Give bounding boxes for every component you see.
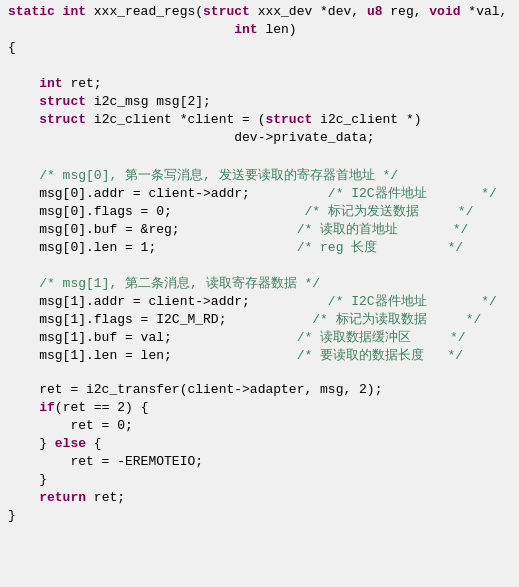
- code-line: {: [0, 40, 519, 58]
- code-token: msg[0].buf = &reg;: [8, 222, 180, 237]
- code-line: [0, 256, 519, 274]
- code-token: return: [39, 490, 86, 505]
- code-token: ret;: [86, 490, 125, 505]
- code-line: if(ret == 2) {: [0, 400, 519, 418]
- code-token: [8, 276, 39, 291]
- code-token: [8, 22, 234, 37]
- code-token: msg[1].flags = I2C_M_RD;: [8, 312, 226, 327]
- code-token: ret;: [63, 76, 102, 91]
- code-token: /* msg[0], 第一条写消息, 发送要读取的寄存器首地址 */: [39, 166, 398, 184]
- code-token: msg[0].len = 1;: [8, 240, 156, 255]
- code-token: struct: [39, 94, 86, 109]
- code-line: msg[1].buf = val; /* 读取数据缓冲区 */: [0, 328, 519, 346]
- code-line: /* msg[1], 第二条消息, 读取寄存器数据 */: [0, 274, 519, 292]
- code-token: i2c_client *): [312, 112, 421, 127]
- code-token: /* 读取的首地址 */: [180, 220, 469, 238]
- code-token: struct: [265, 112, 312, 127]
- code-token: int: [63, 4, 86, 19]
- code-token: ret = i2c_transfer(client->adapter, msg,…: [8, 382, 382, 397]
- code-line: msg[1].flags = I2C_M_RD; /* 标记为读取数据 */: [0, 310, 519, 328]
- code-line: msg[0].flags = 0; /* 标记为发送数据 */: [0, 202, 519, 220]
- code-token: [8, 168, 39, 183]
- code-token: }: [8, 508, 16, 523]
- code-token: dev->private_data;: [8, 130, 375, 145]
- code-line: int ret;: [0, 76, 519, 94]
- code-token: len): [258, 22, 297, 37]
- code-token: *val,: [461, 4, 508, 19]
- code-line: msg[0].addr = client->addr; /* I2C器件地址 *…: [0, 184, 519, 202]
- code-token: /* reg 长度 */: [156, 238, 463, 256]
- code-token: i2c_msg msg[2];: [86, 94, 211, 109]
- code-line: ret = -EREMOTEIO;: [0, 454, 519, 472]
- code-token: /* 标记为读取数据 */: [226, 310, 481, 328]
- code-token: msg[0].addr = client->addr;: [8, 186, 250, 201]
- code-token: struct: [39, 112, 86, 127]
- code-token: struct: [203, 4, 250, 19]
- code-token: void: [429, 4, 460, 19]
- code-line: return ret;: [0, 490, 519, 508]
- code-line: [0, 58, 519, 76]
- code-token: ret = 0;: [8, 418, 133, 433]
- code-line: ret = 0;: [0, 418, 519, 436]
- code-token: reg,: [383, 4, 430, 19]
- code-token: int: [39, 76, 62, 91]
- code-line: }: [0, 472, 519, 490]
- code-token: msg[1].buf = val;: [8, 330, 172, 345]
- code-token: [8, 94, 39, 109]
- code-line: }: [0, 508, 519, 526]
- code-token: [8, 400, 39, 415]
- code-token: static: [8, 4, 63, 19]
- code-token: {: [86, 436, 102, 451]
- code-token: u8: [367, 4, 383, 19]
- code-editor: static int xxx_read_regs(struct xxx_dev …: [0, 0, 519, 587]
- code-token: }: [8, 436, 55, 451]
- code-token: /* 读取数据缓冲区 */: [172, 328, 466, 346]
- code-token: msg[1].addr = client->addr;: [8, 294, 250, 309]
- code-line: msg[0].buf = &reg; /* 读取的首地址 */: [0, 220, 519, 238]
- code-token: else: [55, 436, 86, 451]
- code-line: msg[0].len = 1; /* reg 长度 */: [0, 238, 519, 256]
- code-line: msg[1].len = len; /* 要读取的数据长度 */: [0, 346, 519, 364]
- code-token: int: [234, 22, 257, 37]
- code-token: xxx_dev *dev,: [250, 4, 367, 19]
- code-token: /* 要读取的数据长度 */: [172, 346, 463, 364]
- code-line: ret = i2c_transfer(client->adapter, msg,…: [0, 382, 519, 400]
- code-token: msg[1].len = len;: [8, 348, 172, 363]
- code-token: if: [39, 400, 55, 415]
- code-token: }: [8, 472, 47, 487]
- code-token: /* 标记为发送数据 */: [172, 202, 474, 220]
- code-line: static int xxx_read_regs(struct xxx_dev …: [0, 4, 519, 22]
- code-line: dev->private_data;: [0, 130, 519, 148]
- code-token: [8, 490, 39, 505]
- code-token: msg[0].flags = 0;: [8, 204, 172, 219]
- code-line: struct i2c_client *client = (struct i2c_…: [0, 112, 519, 130]
- code-token: {: [8, 40, 16, 55]
- code-line: [0, 364, 519, 382]
- code-line: int len): [0, 22, 519, 40]
- code-token: /* msg[1], 第二条消息, 读取寄存器数据 */: [39, 274, 320, 292]
- code-line: /* msg[0], 第一条写消息, 发送要读取的寄存器首地址 */: [0, 166, 519, 184]
- code-token: i2c_client *client = (: [86, 112, 265, 127]
- code-line: struct i2c_msg msg[2];: [0, 94, 519, 112]
- code-token: ret = -EREMOTEIO;: [8, 454, 203, 469]
- code-token: /* I2C器件地址 */: [250, 184, 497, 202]
- code-line: msg[1].addr = client->addr; /* I2C器件地址 *…: [0, 292, 519, 310]
- code-line: } else {: [0, 436, 519, 454]
- code-token: /* I2C器件地址 */: [250, 292, 497, 310]
- code-token: (ret == 2) {: [55, 400, 149, 415]
- code-line: [0, 148, 519, 166]
- code-token: [8, 76, 39, 91]
- code-token: [8, 112, 39, 127]
- code-token: xxx_read_regs(: [86, 4, 203, 19]
